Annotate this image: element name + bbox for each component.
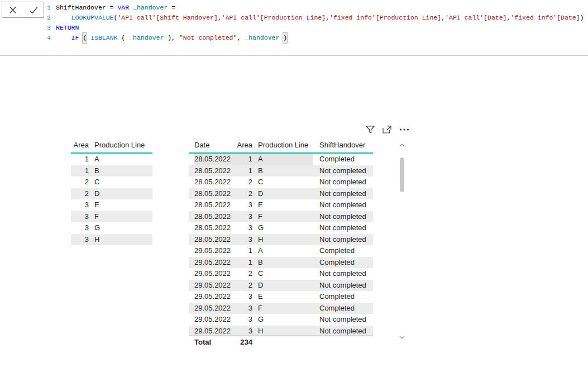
code-segment: , bbox=[326, 13, 329, 23]
cell-shifthandover: Completed bbox=[313, 291, 373, 303]
left-table-body: 1A1B2C2D3E3F3G3H bbox=[71, 154, 152, 245]
table-row[interactable]: 29.05.20223ECompleted bbox=[189, 291, 373, 303]
table-row[interactable]: 3E bbox=[71, 199, 152, 211]
table-row[interactable]: 29.05.20223FCompleted bbox=[189, 303, 373, 314]
table-row[interactable]: 3H bbox=[71, 234, 152, 246]
code-segment bbox=[87, 33, 90, 43]
cell-date: 29.05.2022 bbox=[194, 257, 231, 269]
code-segment bbox=[129, 3, 133, 13]
code-segment bbox=[56, 13, 71, 23]
code-line[interactable]: 3RETURN bbox=[47, 23, 584, 33]
column-header-area[interactable]: Area bbox=[231, 141, 252, 149]
cell-production-line: H bbox=[252, 326, 313, 336]
cell-area: 3 bbox=[231, 314, 252, 326]
more-options-icon[interactable] bbox=[399, 125, 410, 134]
code-segment: ) bbox=[283, 33, 287, 43]
formula-bar: 1ShiftHandover = VAR _handover =2 LOOKUP… bbox=[0, 0, 588, 56]
cell-shifthandover: Completed bbox=[313, 303, 373, 314]
cell-area: 1 bbox=[231, 154, 252, 165]
scroll-down-icon[interactable] bbox=[399, 335, 405, 340]
commit-button[interactable] bbox=[28, 6, 39, 15]
table-row[interactable]: 28.05.20223HNot completed bbox=[189, 234, 373, 246]
cell-shifthandover: Not completed bbox=[313, 326, 373, 336]
cell-shifthandover: Completed bbox=[313, 257, 373, 269]
table-row[interactable]: 29.05.20223HNot completed bbox=[189, 326, 373, 336]
visual-header-toolbar bbox=[365, 125, 410, 134]
total-row: Total 234 bbox=[189, 336, 373, 347]
code-segment: IF bbox=[71, 33, 79, 43]
dax-code-editor[interactable]: 1ShiftHandover = VAR _handover =2 LOOKUP… bbox=[47, 3, 584, 43]
line-number: 1 bbox=[47, 3, 56, 13]
code-segment: ISBLANK bbox=[90, 33, 117, 43]
code-segment: , bbox=[441, 13, 445, 23]
code-line[interactable]: 4 IF ( ISBLANK ( _handover ), "Not compl… bbox=[47, 33, 584, 43]
table-row[interactable]: 29.05.20221ACompleted bbox=[189, 245, 373, 257]
table-row[interactable]: 28.05.20223FNot completed bbox=[189, 211, 373, 223]
cell-area: 3 bbox=[231, 211, 252, 223]
table-row[interactable]: 3F bbox=[71, 211, 152, 223]
line-number: 3 bbox=[47, 23, 56, 33]
cell-area: 3 bbox=[231, 326, 252, 336]
cell-production-line: D bbox=[252, 280, 313, 292]
cell-shifthandover: Not completed bbox=[313, 176, 373, 188]
cell-area: 2 bbox=[231, 188, 252, 200]
code-segment: RETURN bbox=[56, 23, 79, 33]
column-header-production-line[interactable]: Production Line bbox=[94, 141, 149, 149]
table-row[interactable]: 28.05.20223GNot completed bbox=[189, 222, 373, 234]
table-row[interactable]: 29.05.20222DNot completed bbox=[189, 280, 373, 292]
column-header-production-line[interactable]: Production Line bbox=[252, 141, 313, 149]
column-header-shifthandover[interactable]: ShiftHandover bbox=[313, 141, 373, 149]
table-row[interactable]: 28.05.20222CNot completed bbox=[189, 176, 373, 188]
cell-area: 1 bbox=[231, 257, 252, 269]
table-row[interactable]: 1B bbox=[71, 165, 152, 177]
filter-icon[interactable] bbox=[365, 125, 375, 134]
table-row[interactable]: 1A bbox=[71, 154, 152, 165]
cell-production-line: E bbox=[252, 199, 313, 211]
code-segment: 'API call'[Production Line] bbox=[222, 13, 326, 23]
table-row[interactable]: 29.05.20221BCompleted bbox=[189, 257, 373, 269]
table-row[interactable]: 28.05.20223ENot completed bbox=[189, 199, 373, 211]
cell-shifthandover: Completed bbox=[313, 154, 373, 165]
table-row[interactable]: 28.05.20221BNot completed bbox=[189, 165, 373, 177]
table-row[interactable]: 28.05.20221ACompleted bbox=[189, 154, 373, 165]
code-segment: ( bbox=[83, 33, 87, 43]
cell-production-line: G bbox=[94, 222, 149, 234]
table-row[interactable]: 29.05.20222CNot completed bbox=[189, 268, 373, 280]
code-segment: ( bbox=[114, 13, 118, 23]
table-row[interactable]: 2D bbox=[71, 188, 152, 200]
scrollbar-thumb[interactable] bbox=[400, 158, 404, 192]
code-segment: "Not completed" bbox=[179, 33, 237, 43]
code-segment: , bbox=[507, 13, 511, 23]
cell-production-line: F bbox=[94, 211, 149, 223]
cell-area: 1 bbox=[231, 245, 252, 257]
column-header-date[interactable]: Date bbox=[194, 141, 231, 149]
table-row[interactable]: 3G bbox=[71, 222, 152, 234]
cell-area: 1 bbox=[73, 165, 89, 177]
cell-area: 3 bbox=[231, 222, 252, 234]
cell-production-line: C bbox=[252, 176, 313, 188]
scrollbar[interactable] bbox=[399, 143, 405, 340]
cell-shifthandover: Not completed bbox=[313, 280, 373, 292]
cell-date: 28.05.2022 bbox=[194, 154, 231, 165]
code-line[interactable]: 1ShiftHandover = VAR _handover = bbox=[47, 3, 584, 13]
table-row[interactable]: 2C bbox=[71, 176, 152, 188]
cancel-button[interactable] bbox=[8, 6, 18, 15]
cell-production-line: E bbox=[94, 199, 149, 211]
cell-production-line: B bbox=[252, 165, 313, 177]
cell-production-line: A bbox=[252, 154, 313, 165]
code-segment: ) bbox=[580, 13, 584, 23]
scroll-up-icon[interactable] bbox=[399, 143, 405, 147]
cell-date: 28.05.2022 bbox=[194, 165, 231, 177]
code-line[interactable]: 2 LOOKUPVALUE('API call'[Shift Handover]… bbox=[47, 13, 584, 23]
focus-mode-icon[interactable] bbox=[382, 125, 392, 134]
table-row[interactable]: 29.05.20223GNot completed bbox=[189, 314, 373, 326]
cell-area: 3 bbox=[231, 199, 252, 211]
table-row[interactable]: 28.05.20222DNot completed bbox=[189, 188, 373, 200]
cell-production-line: H bbox=[252, 234, 313, 246]
cell-date: 28.05.2022 bbox=[194, 234, 231, 246]
cell-production-line: G bbox=[252, 222, 313, 234]
right-table-body: 28.05.20221ACompleted28.05.20221BNot com… bbox=[189, 154, 373, 336]
column-header-area[interactable]: Area bbox=[73, 141, 89, 149]
x-icon bbox=[8, 6, 18, 15]
cell-area: 2 bbox=[231, 176, 252, 188]
